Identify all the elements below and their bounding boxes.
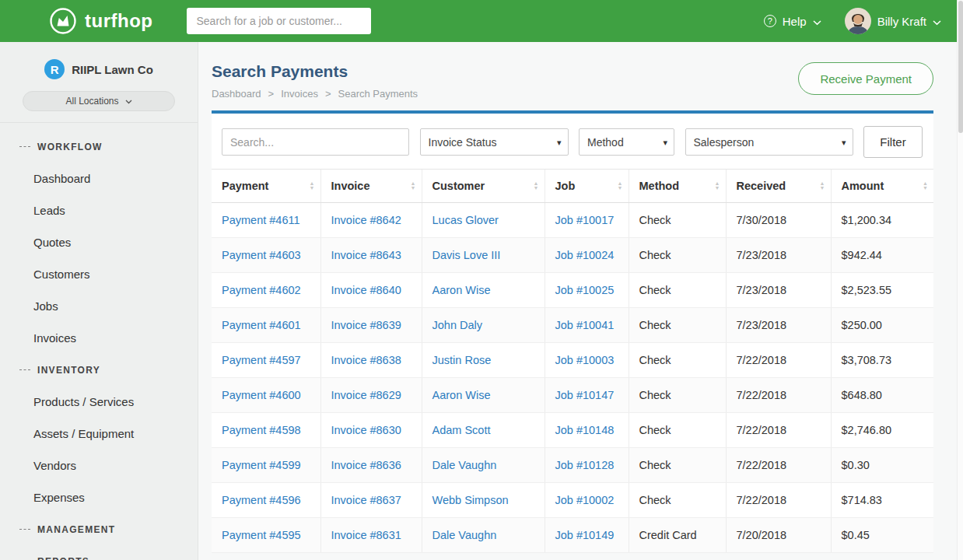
cell-customer: Davis Love III: [422, 238, 545, 273]
column-header-method[interactable]: Method▲▼: [629, 170, 726, 203]
breadcrumb-separator: >: [325, 88, 331, 100]
invoice-link[interactable]: Invoice #8631: [331, 529, 401, 541]
sidebar-item-assets-equipment[interactable]: Assets / Equipment: [0, 418, 198, 450]
column-header-job[interactable]: Job▲▼: [545, 170, 629, 203]
invoice-link[interactable]: Invoice #8636: [331, 459, 401, 471]
invoice-link[interactable]: Invoice #8637: [331, 494, 401, 506]
cell-job: Job #10025: [545, 273, 629, 308]
invoice-link[interactable]: Invoice #8638: [331, 354, 401, 366]
cell-method: Check: [629, 238, 726, 273]
table-row: Payment #4603Invoice #8643Davis Love III…: [212, 238, 933, 273]
job-link[interactable]: Job #10017: [555, 214, 615, 226]
sidebar-item-vendors[interactable]: Vendors: [0, 450, 198, 481]
column-header-received[interactable]: Received▲▼: [726, 170, 831, 203]
job-link[interactable]: Job #10025: [555, 284, 615, 296]
top-header: turfhop ? Help: [0, 0, 963, 42]
invoice-link[interactable]: Invoice #8643: [331, 249, 401, 261]
scrollbar-thumb[interactable]: [958, 1, 963, 133]
table-search-input[interactable]: [222, 128, 409, 156]
customer-link[interactable]: Aaron Wise: [432, 284, 491, 296]
cell-customer: Justin Rose: [422, 343, 545, 378]
customer-link[interactable]: Lucas Glover: [432, 214, 499, 226]
column-header-payment[interactable]: Payment▲▼: [212, 170, 320, 203]
cell-customer: Aaron Wise: [422, 378, 545, 413]
chevron-down-icon: [125, 96, 132, 107]
job-link[interactable]: Job #10128: [555, 459, 615, 471]
column-header-amount[interactable]: Amount▲▼: [831, 170, 933, 203]
payment-link[interactable]: Payment #4602: [222, 284, 301, 296]
customer-link[interactable]: Justin Rose: [432, 354, 492, 366]
locations-dropdown[interactable]: All Locations: [23, 91, 175, 111]
table-row: Payment #4602Invoice #8640Aaron WiseJob …: [212, 273, 933, 308]
payment-link[interactable]: Payment #4596: [222, 494, 301, 506]
help-icon: ?: [764, 15, 776, 27]
payment-link[interactable]: Payment #4601: [222, 319, 301, 331]
customer-link[interactable]: John Daly: [432, 319, 482, 331]
sidebar-item-expenses[interactable]: Expenses: [0, 481, 198, 513]
receive-payment-button[interactable]: Receive Payment: [798, 62, 933, 95]
cell-received: 7/22/2018: [726, 483, 831, 518]
page-title: Search Payments: [212, 62, 418, 81]
salesperson-select[interactable]: Salesperson: [685, 128, 853, 156]
payment-link[interactable]: Payment #4595: [222, 529, 301, 541]
user-menu[interactable]: Billy Kraft: [845, 8, 941, 34]
payment-link[interactable]: Payment #4600: [222, 389, 301, 401]
sidebar-item-dashboard[interactable]: Dashboard: [0, 163, 198, 194]
invoice-status-select[interactable]: Invoice Status: [420, 128, 569, 156]
job-link[interactable]: Job #10149: [555, 529, 615, 541]
job-link[interactable]: Job #10148: [555, 424, 615, 436]
table-row: Payment #4599Invoice #8636Dale VaughnJob…: [212, 448, 933, 483]
cell-received: 7/22/2018: [726, 448, 831, 483]
cell-customer: Lucas Glover: [422, 203, 545, 238]
customer-link[interactable]: Aaron Wise: [432, 389, 491, 401]
customer-link[interactable]: Webb Simpson: [432, 494, 509, 506]
invoice-link[interactable]: Invoice #8642: [331, 214, 401, 226]
job-link[interactable]: Job #10003: [555, 354, 615, 366]
cell-method: Check: [629, 448, 726, 483]
cell-received: 7/23/2018: [726, 308, 831, 343]
customer-link[interactable]: Davis Love III: [432, 249, 501, 261]
payment-link[interactable]: Payment #4599: [222, 459, 301, 471]
help-menu[interactable]: ? Help: [764, 15, 821, 28]
customer-link[interactable]: Dale Vaughn: [432, 529, 497, 541]
column-label: Method: [639, 180, 680, 192]
payment-link[interactable]: Payment #4611: [222, 214, 300, 226]
job-link[interactable]: Job #10147: [555, 389, 615, 401]
breadcrumb-item-dashboard[interactable]: Dashboard: [212, 88, 261, 100]
sidebar-item-leads[interactable]: Leads: [0, 194, 198, 226]
vertical-scrollbar[interactable]: [957, 0, 963, 560]
sidebar-section-workflow: WORKFLOW: [0, 131, 198, 163]
payment-link[interactable]: Payment #4597: [222, 354, 301, 366]
cell-customer: Adam Scott: [422, 413, 545, 448]
sort-icon: ▲▼: [820, 181, 825, 191]
job-link[interactable]: Job #10024: [555, 249, 615, 261]
cell-customer: Dale Vaughn: [422, 518, 545, 553]
job-link[interactable]: Job #10002: [555, 494, 615, 506]
customer-link[interactable]: Adam Scott: [432, 424, 491, 436]
invoice-link[interactable]: Invoice #8639: [331, 319, 401, 331]
global-search-input[interactable]: [187, 8, 371, 34]
column-label: Received: [737, 180, 786, 192]
table-head: Payment▲▼Invoice▲▼Customer▲▼Job▲▼Method▲…: [212, 170, 933, 203]
invoice-link[interactable]: Invoice #8629: [331, 389, 401, 401]
filter-button[interactable]: Filter: [863, 126, 923, 158]
sidebar-item-quotes[interactable]: Quotes: [0, 226, 198, 258]
column-label: Job: [555, 180, 576, 192]
top-right-menu: ? Help Billy Kraft: [764, 8, 941, 34]
payment-link[interactable]: Payment #4598: [222, 424, 301, 436]
column-header-invoice[interactable]: Invoice▲▼: [320, 170, 422, 203]
brand[interactable]: turfhop: [48, 6, 152, 36]
job-link[interactable]: Job #10041: [555, 319, 615, 331]
customer-link[interactable]: Dale Vaughn: [432, 459, 497, 471]
column-header-customer[interactable]: Customer▲▼: [422, 170, 545, 203]
sidebar-item-invoices[interactable]: Invoices: [0, 322, 198, 354]
method-select[interactable]: Method: [579, 128, 674, 156]
sidebar-item-customers[interactable]: Customers: [0, 258, 198, 290]
invoice-link[interactable]: Invoice #8630: [331, 424, 401, 436]
cell-job: Job #10002: [545, 483, 629, 518]
payment-link[interactable]: Payment #4603: [222, 249, 301, 261]
sidebar-item-jobs[interactable]: Jobs: [0, 290, 198, 322]
invoice-link[interactable]: Invoice #8640: [331, 284, 401, 296]
sidebar-item-products-services[interactable]: Products / Services: [0, 386, 198, 418]
breadcrumb-item-invoices[interactable]: Invoices: [281, 88, 318, 100]
